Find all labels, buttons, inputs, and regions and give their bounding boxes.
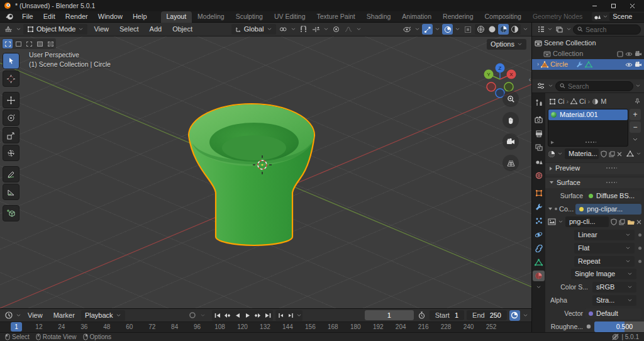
rendered-shading-icon[interactable] [509,24,520,35]
tab-animation[interactable]: Animation [396,11,437,23]
tab-object-data[interactable] [533,257,545,267]
outliner-display-mode-icon[interactable] [535,24,546,35]
menu-render[interactable]: Render [60,12,93,21]
mesh-breadcrumb-icon[interactable] [570,98,577,104]
maximize-icon[interactable] [605,1,621,11]
tab-particles[interactable] [533,215,545,226]
open-folder-icon[interactable] [627,219,635,225]
grid-ortho-icon[interactable] [502,155,519,171]
scene-name-field[interactable]: Scene [609,13,644,21]
properties-editor-icon[interactable] [535,81,546,91]
chevron-down-icon[interactable] [566,28,572,31]
colorspace-dropdown[interactable]: sRGB [592,282,636,293]
viewport-3d[interactable]: User Perspective (1) Scene Collection | … [0,36,531,308]
unlink-x-icon[interactable] [636,220,641,225]
chevron-down-icon[interactable] [523,314,528,317]
viewport-menu-object[interactable]: Object [168,24,197,35]
object-breadcrumb-icon[interactable] [549,98,556,105]
outliner-search[interactable] [573,25,641,35]
pan-hand-icon[interactable] [502,112,519,128]
hide-eye-icon[interactable] [625,62,633,67]
interpolation-dropdown[interactable]: Linear [574,230,635,240]
snap-target-icon[interactable] [311,24,321,35]
viewport-menu-view[interactable]: View [89,24,113,35]
properties-search-input[interactable] [568,82,629,90]
select-extend-icon[interactable] [13,39,23,48]
snap-magnet-icon[interactable] [298,24,309,35]
pivot-point-icon[interactable] [278,24,289,35]
breadcrumb-data-label[interactable]: Ci [579,98,586,105]
viewport-menu-add[interactable]: Add [145,24,167,35]
properties-search[interactable] [555,81,633,91]
resize-grip[interactable] [585,141,596,144]
chevron-down-icon[interactable] [557,152,563,155]
outliner-row-collection[interactable]: Collection [532,48,644,59]
outliner-row-circle[interactable]: › Circle [532,59,644,70]
chevron-down-icon[interactable] [547,28,553,31]
preview-range-stopwatch-icon[interactable] [416,310,427,321]
playhead[interactable]: 1 [11,322,22,332]
breadcrumb-object-label[interactable]: Ci [558,98,564,105]
outliner-filter-icon[interactable] [554,24,565,35]
panel-grip[interactable] [606,167,617,170]
image-icon[interactable] [548,218,556,225]
scene-icon[interactable] [594,14,601,20]
material-preview-shading-icon[interactable] [498,24,509,35]
gizmos-toggle-icon[interactable] [422,24,433,35]
pipe-object[interactable] [189,104,314,245]
projection-dropdown[interactable]: Flat [574,243,635,254]
pin-icon[interactable] [635,98,640,104]
disable-render-camera-icon[interactable] [635,62,641,67]
tab-render[interactable] [533,115,545,125]
chevron-down-icon[interactable] [635,84,641,87]
solid-shading-icon[interactable] [487,24,497,35]
play-reverse-icon[interactable] [233,311,242,320]
copy-datablock-icon[interactable] [609,151,615,157]
timeline-ruler[interactable]: 1 12 24 36 48 60 72 84 96 108 120 132 14… [0,321,531,332]
decorator-dot[interactable] [638,260,641,263]
select-subtract-icon[interactable] [24,39,34,48]
transform-orientation-dropdown[interactable]: Global [231,24,276,35]
menu-help[interactable]: Help [128,12,152,21]
surface-shader-button[interactable]: Diffuse BS... [585,191,641,201]
disable-render-camera-icon[interactable] [635,51,641,57]
annotate-tool[interactable] [3,166,19,182]
menu-edit[interactable]: Edit [38,12,60,21]
select-set-icon[interactable] [3,39,13,48]
end-frame-field[interactable]: End250 [467,310,507,320]
current-frame-field[interactable]: 1 [365,310,414,320]
editor-type-icon[interactable] [3,24,14,35]
slot-filter-icon[interactable] [550,140,555,145]
tab-geometry-nodes[interactable]: Geometry Nodes [527,11,588,23]
overlays-toggle-icon[interactable] [442,24,453,35]
select-intersect-icon[interactable] [45,39,55,48]
tab-material[interactable] [533,271,545,281]
prev-keyframe-icon[interactable] [223,311,232,320]
jump-to-start-icon[interactable] [213,311,222,320]
tab-rendering[interactable]: Rendering [437,11,479,23]
slot-specials-icon[interactable] [630,134,641,145]
tab-texture-paint[interactable]: Texture Paint [311,11,361,23]
menu-file[interactable]: File [17,12,38,21]
alpha-dropdown[interactable]: Stra... [592,295,636,306]
tab-constraints[interactable] [533,243,545,254]
chevron-down-icon[interactable] [296,314,302,317]
chevron-down-icon[interactable] [523,28,528,31]
material-name-field[interactable]: Materia... [565,148,599,159]
add-cube-tool[interactable] [3,205,19,221]
proportional-editing-icon[interactable] [331,24,341,35]
image-name-field[interactable]: png-cli... [565,216,609,227]
outliner-row-scene-collection[interactable]: Scene Collection [532,38,644,48]
minimize-icon[interactable] [586,1,602,11]
chevron-down-icon[interactable] [414,28,420,31]
close-icon[interactable] [624,1,640,11]
tab-view-layer[interactable] [533,142,545,153]
menu-window[interactable]: Window [93,12,128,21]
tab-modifiers[interactable] [533,201,545,212]
preview-panel-header[interactable]: Preview [545,162,644,174]
timeline-menu-view[interactable]: View [23,310,47,321]
chevron-down-icon[interactable] [602,15,608,18]
chevron-down-icon[interactable] [536,286,541,289]
frame-back-icon[interactable] [276,311,286,320]
use-nodes-icon[interactable] [626,150,634,157]
